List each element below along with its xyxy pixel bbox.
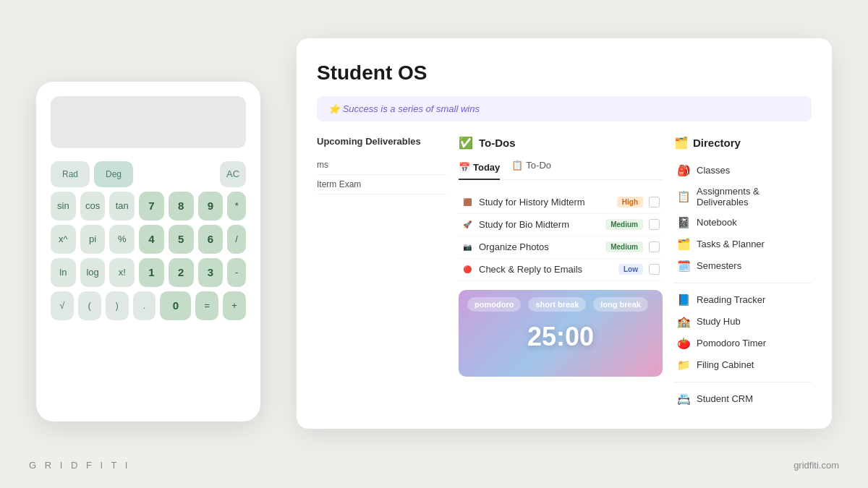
dir-label-semesters: Semesters — [697, 260, 741, 271]
dir-icon-notebook: 📓 — [677, 216, 691, 229]
todo-text-1: Study for Bio Midterm — [479, 219, 600, 230]
todo-text-2: Organize Photos — [479, 241, 600, 252]
dir-label-notebook: Notebook — [697, 217, 737, 228]
pomo-timer: 25:00 — [459, 322, 663, 352]
tan-button[interactable]: tan — [109, 192, 135, 221]
3-button[interactable]: 3 — [198, 258, 224, 287]
tab-todo[interactable]: 📋 To-Do — [511, 160, 551, 174]
pi-button[interactable]: pi — [80, 225, 106, 254]
sqrt-button[interactable]: √ — [51, 291, 74, 320]
scene: Rad Deg AC sin cos tan 7 8 9 * x^ pi % 4… — [36, 38, 832, 450]
todos-column: ✅ To-Dos 📅 Today 📋 To-Do — [459, 136, 663, 416]
todo-checkbox-1[interactable] — [649, 219, 660, 230]
pomo-tab-short[interactable]: short break — [528, 297, 586, 312]
dir-item-tasks[interactable]: 🗂️ Tasks & Planner — [674, 234, 812, 255]
todo-icon-3: 🔴 — [461, 264, 473, 275]
4-button[interactable]: 4 — [139, 225, 164, 254]
equals-button[interactable]: = — [195, 291, 218, 320]
ac-button[interactable]: AC — [220, 161, 246, 187]
rad-button[interactable]: Rad — [51, 161, 90, 187]
5-button[interactable]: 5 — [169, 225, 194, 254]
multiply-button[interactable]: * — [227, 192, 246, 221]
todo-checkbox-0[interactable] — [649, 197, 660, 207]
6-button[interactable]: 6 — [198, 225, 224, 254]
dir-divider — [674, 283, 812, 283]
pomo-tab-long[interactable]: long break — [593, 297, 648, 312]
priority-badge-0: High — [617, 197, 643, 207]
dir-icon-assignments: 📋 — [677, 190, 691, 203]
plus-button[interactable]: + — [223, 291, 246, 320]
todo-checkbox-3[interactable] — [649, 264, 660, 275]
brand-right: gridfiti.com — [793, 460, 839, 471]
0-button[interactable]: 0 — [160, 291, 191, 320]
cos-button[interactable]: cos — [80, 192, 106, 221]
calculator-card: Rad Deg AC sin cos tan 7 8 9 * x^ pi % 4… — [36, 82, 260, 421]
dir-label-crm: Student CRM — [697, 393, 753, 404]
deliverable-item: ms — [317, 155, 447, 175]
minus-button[interactable]: - — [227, 258, 246, 287]
todo-item-1: 🚀 Study for Bio Midterm Medium — [459, 214, 663, 236]
dir-item-filing[interactable]: 📁 Filing Cabinet — [674, 354, 812, 376]
dir-icon-reading: 📘 — [677, 294, 691, 307]
dir-item-crm[interactable]: 📇 Student CRM — [674, 388, 812, 410]
notion-card: Student OS Success is a series of small … — [297, 38, 832, 429]
todo-checkbox-2[interactable] — [649, 241, 660, 252]
notion-content: Upcoming Deliverables ms Iterm Exam ✅ To… — [317, 136, 812, 416]
dir-icon-semesters: 🗓️ — [677, 260, 691, 273]
tab-today[interactable]: 📅 Today — [459, 160, 500, 180]
pomodoro-section: pomodoro short break long break 25:00 — [459, 290, 663, 377]
dir-label-studyhub: Study Hub — [697, 316, 741, 327]
priority-badge-3: Low — [618, 264, 643, 275]
todo-item-0: 🟫 Study for History Midterm High — [459, 192, 663, 214]
divide-button[interactable]: / — [227, 225, 246, 254]
log-button[interactable]: log — [80, 258, 106, 287]
sin-button[interactable]: sin — [51, 192, 76, 221]
ln-button[interactable]: ln — [51, 258, 76, 287]
todos-title: To-Dos — [479, 137, 516, 149]
dir-icon-crm: 📇 — [677, 393, 691, 406]
todo-item-3: 🔴 Check & Reply to Emails Low — [459, 259, 663, 281]
calc-row-3: ln log x! 1 2 3 - — [51, 258, 246, 287]
deliverables-column: Upcoming Deliverables ms Iterm Exam — [317, 136, 447, 416]
factorial-button[interactable]: x! — [109, 258, 135, 287]
dir-icon-tasks: 🗂️ — [677, 238, 691, 251]
pomo-tab-pomodoro[interactable]: pomodoro — [467, 297, 521, 312]
xpow-button[interactable]: x^ — [51, 225, 76, 254]
todos-section-header: ✅ To-Dos — [459, 136, 663, 150]
dir-item-pomodoro[interactable]: 🍅 Pomodoro Timer — [674, 333, 812, 354]
dir-item-classes[interactable]: 🎒 Classes — [674, 160, 812, 181]
quote-banner: Success is a series of small wins — [317, 96, 812, 121]
todo-item-2: 📷 Organize Photos Medium — [459, 236, 663, 259]
dir-label-assignments: Assignments & Deliverables — [697, 186, 809, 207]
dir-item-studyhub[interactable]: 🏫 Study Hub — [674, 311, 812, 333]
dir-item-semesters[interactable]: 🗓️ Semesters — [674, 255, 812, 277]
dir-item-assignments[interactable]: 📋 Assignments & Deliverables — [674, 181, 812, 212]
todo-icon-1: 🚀 — [461, 219, 473, 231]
todo-icon-0: 🟫 — [461, 197, 473, 208]
directory-title: Directory — [693, 137, 741, 149]
7-button[interactable]: 7 — [139, 192, 164, 221]
lparen-button[interactable]: ( — [78, 291, 101, 320]
calc-mode-row: Rad Deg AC — [51, 161, 246, 187]
priority-badge-2: Medium — [605, 241, 643, 252]
2-button[interactable]: 2 — [169, 258, 194, 287]
todo-text-3: Check & Reply to Emails — [479, 264, 613, 275]
rparen-button[interactable]: ) — [106, 291, 129, 320]
dir-label-reading: Reading Tracker — [697, 294, 765, 305]
dir-label-pomodoro: Pomodoro Timer — [697, 338, 766, 348]
directory-column: 🗂️ Directory 🎒 Classes 📋 Assignments & D… — [674, 136, 812, 416]
9-button[interactable]: 9 — [198, 192, 224, 221]
deg-button[interactable]: Deg — [94, 161, 133, 187]
dir-label-tasks: Tasks & Planner — [697, 239, 765, 249]
dot-button[interactable]: . — [133, 291, 156, 320]
8-button[interactable]: 8 — [169, 192, 194, 221]
calc-row-1: sin cos tan 7 8 9 * — [51, 192, 246, 221]
calc-display — [51, 96, 246, 148]
percent-button[interactable]: % — [109, 225, 135, 254]
dir-item-reading[interactable]: 📘 Reading Tracker — [674, 289, 812, 311]
dir-item-notebook[interactable]: 📓 Notebook — [674, 212, 812, 234]
1-button[interactable]: 1 — [139, 258, 164, 287]
dir-label-classes: Classes — [697, 165, 730, 176]
pomodoro-tabs: pomodoro short break long break — [459, 290, 663, 319]
deliverables-title: Upcoming Deliverables — [317, 136, 421, 147]
